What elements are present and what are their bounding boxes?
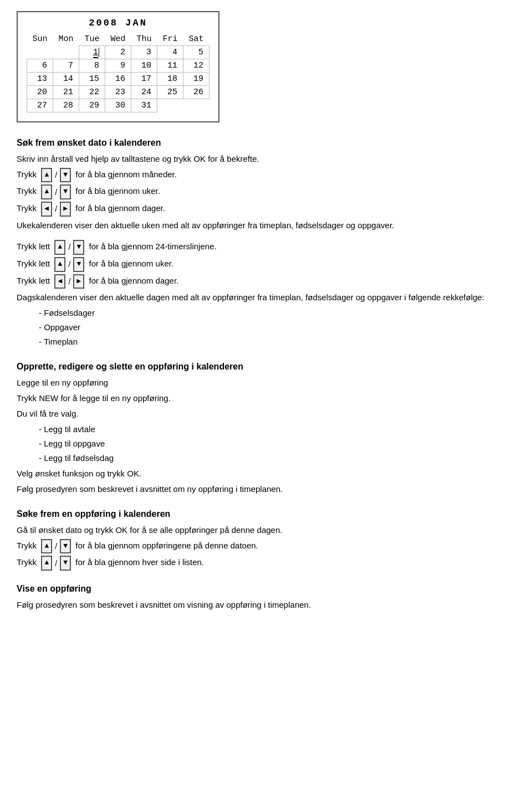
calendar-cell[interactable]: 1 [79, 46, 105, 59]
calendar-cell [157, 99, 183, 112]
calendar-cell[interactable]: 31 [131, 99, 157, 112]
calendar-cell[interactable]: 4 [157, 46, 183, 59]
search-text2: for å bla gjennom oppføringene på denne … [75, 541, 258, 550]
calendar-cell [183, 99, 209, 112]
trykk-label-months: Trykk [17, 170, 39, 179]
calendar-cell[interactable]: 13 [27, 73, 53, 86]
trykk-lett-section: Trykk lett ▲ / ▼ for å bla gjennom 24-ti… [17, 240, 515, 348]
trykk-days-text: for å bla gjennom dager. [75, 204, 165, 213]
calendar-cell[interactable]: 6 [27, 59, 53, 73]
calendar-cell[interactable]: 5 [183, 46, 209, 59]
calendar-header: Tue [79, 33, 105, 46]
create-section: Opprette, redigere og slette en oppførin… [17, 360, 515, 496]
lett-page-down-btn[interactable]: ▼ [73, 240, 84, 255]
seek-date-heading: Søk frem ønsket dato i kalenderen [17, 138, 161, 147]
calendar-cell [27, 46, 53, 59]
calendar-cell[interactable]: 19 [183, 73, 209, 86]
calendar-cell[interactable]: 14 [53, 73, 79, 86]
lett-page-buttons: ▲ / ▼ [53, 240, 85, 255]
page-down-btn[interactable]: ▼ [60, 168, 71, 183]
trykk-lett-text1: for å bla gjennom 24-timerslinjene. [89, 242, 217, 251]
week-buttons: ▲ / ▼ [40, 184, 72, 199]
add-entry-text1: Trykk NEW for å legge til en ny oppførin… [17, 392, 515, 405]
lett-week-up-btn[interactable]: ▲ [54, 257, 65, 272]
add-entry-list: Legg til avtale Legg til oppgave Legg ti… [39, 423, 515, 465]
add-entry-text2: Du vil få tre valg. [17, 407, 515, 420]
view-text: Følg prosedyren som beskrevet i avsnitte… [17, 598, 515, 612]
view-section: Vise en oppføring Følg prosedyren som be… [17, 582, 515, 612]
trykk-label-days: Trykk [17, 204, 39, 213]
calendar-cell[interactable]: 21 [53, 86, 79, 99]
day-buttons: ◀ / ▶ [40, 202, 72, 217]
calendar-title: 2008 JAN [27, 18, 209, 28]
calendar-cell[interactable]: 11 [157, 59, 183, 73]
calendar-cell[interactable]: 10 [131, 59, 157, 73]
calendar-header: Sun [27, 33, 53, 46]
add-entry-list-item-2: Legg til oppgave [39, 437, 515, 450]
calendar-cell[interactable]: 30 [105, 99, 131, 112]
search-text3: for å bla gjennom hver side i listen. [75, 558, 204, 567]
lett-day-left-btn[interactable]: ◀ [54, 274, 65, 289]
seek-date-trykk-days: Trykk ◀ / ▶ for å bla gjennom dager. [17, 202, 515, 217]
search-page-down-btn[interactable]: ▼ [60, 556, 71, 571]
week-up-btn[interactable]: ▲ [41, 184, 52, 199]
calendar-cell[interactable]: 2 [105, 46, 131, 59]
calendar-header: Mon [53, 33, 79, 46]
add-entry-list-item-3: Legg til fødselsdag [39, 452, 515, 465]
seek-date-trykk-weeks: Trykk ▲ / ▼ for å bla gjennom uker. [17, 184, 515, 199]
search-text1: Gå til ønsket dato og trykk OK for å se … [17, 524, 515, 537]
trykk-weeks-text: for å bla gjennom uker. [75, 187, 160, 196]
calendar-cell[interactable]: 25 [157, 86, 183, 99]
trykk-lett-label1: Trykk lett [17, 242, 52, 251]
calendar-cell[interactable]: 9 [105, 59, 131, 73]
day-calendar-text: Dagskalenderen viser den aktuelle dagen … [17, 291, 515, 304]
day-calendar-list: Fødselsdager Oppgaver Timeplan [39, 306, 515, 348]
add-entry-text3: Velg ønsket funksjon og trykk OK. [17, 467, 515, 480]
add-entry-text4: Følg prosedyren som beskrevet i avsnitte… [17, 483, 515, 496]
trykk-lett-row3: Trykk lett ◀ / ▶ for å bla gjennom dager… [17, 274, 515, 289]
search-week-up-btn[interactable]: ▲ [41, 539, 52, 554]
view-heading: Vise en oppføring [17, 584, 91, 593]
trykk-lett-row2: Trykk lett ▲ / ▼ for å bla gjennom uker. [17, 257, 515, 272]
month-buttons: ▲ / ▼ [40, 168, 72, 183]
page-up-btn[interactable]: ▲ [41, 168, 52, 183]
day-right-btn[interactable]: ▶ [60, 202, 71, 217]
calendar-cell[interactable]: 28 [53, 99, 79, 112]
trykk-lett-text2: for å bla gjennom uker. [89, 259, 174, 268]
search-trykk-row2: Trykk ▲ / ▼ for å bla gjennom hver side … [17, 556, 515, 571]
calendar-cell[interactable]: 26 [183, 86, 209, 99]
seek-date-text1: Skriv inn årstall ved hjelp av talltaste… [17, 152, 515, 166]
lett-day-right-btn[interactable]: ▶ [73, 274, 84, 289]
search-page-up-btn[interactable]: ▲ [41, 556, 52, 571]
calendar-cell[interactable]: 20 [27, 86, 53, 99]
lett-week-buttons: ▲ / ▼ [53, 257, 85, 272]
calendar-cell[interactable]: 16 [105, 73, 131, 86]
calendar-cell[interactable]: 3 [131, 46, 157, 59]
calendar-cell[interactable]: 17 [131, 73, 157, 86]
trykk-months-text: for å bla gjennom måneder. [75, 170, 177, 179]
calendar-cell[interactable]: 23 [105, 86, 131, 99]
calendar-cell[interactable]: 15 [79, 73, 105, 86]
lett-week-down-btn[interactable]: ▼ [73, 257, 84, 272]
search-week-down-btn[interactable]: ▼ [60, 539, 71, 554]
calendar-cell[interactable]: 27 [27, 99, 53, 112]
week-down-btn[interactable]: ▼ [60, 184, 71, 199]
lett-day-buttons: ◀ / ▶ [53, 274, 85, 289]
calendar-cell[interactable]: 12 [183, 59, 209, 73]
trykk-lett-label3: Trykk lett [17, 276, 52, 285]
calendar-cell[interactable]: 7 [53, 59, 79, 73]
lett-page-up-btn[interactable]: ▲ [54, 240, 65, 255]
calendar-cell[interactable]: 22 [79, 86, 105, 99]
search-trykk-label2: Trykk [17, 558, 39, 567]
add-entry-label: Legge til en ny oppføring [17, 376, 515, 389]
calendar-cell[interactable]: 24 [131, 86, 157, 99]
seek-date-trykk-months: Trykk ▲ / ▼ for å bla gjennom måneder. [17, 168, 515, 183]
search-trykk-row1: Trykk ▲ / ▼ for å bla gjennom oppføringe… [17, 539, 515, 554]
calendar-cell[interactable]: 8 [79, 59, 105, 73]
day-left-btn[interactable]: ◀ [41, 202, 52, 217]
calendar-cell[interactable]: 18 [157, 73, 183, 86]
seek-date-section: Søk frem ønsket dato i kalenderen Skriv … [17, 136, 515, 232]
search-trykk-label1: Trykk [17, 541, 39, 550]
search-week-buttons: ▲ / ▼ [40, 539, 72, 554]
calendar-cell[interactable]: 29 [79, 99, 105, 112]
